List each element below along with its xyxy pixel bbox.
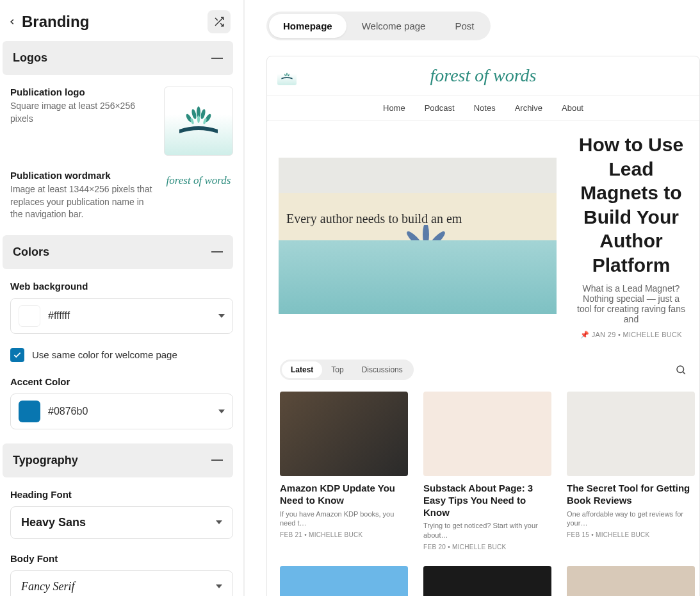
- sort-row: Latest Top Discussions: [267, 351, 699, 386]
- svg-point-15: [423, 225, 429, 246]
- section-logos[interactable]: Logos: [3, 41, 233, 75]
- post-sub: If you have Amazon KDP books, you need t…: [280, 509, 408, 528]
- section-colors[interactable]: Colors: [3, 235, 233, 269]
- svg-point-20: [428, 229, 447, 249]
- back-button[interactable]: [8, 17, 17, 26]
- sort-top[interactable]: Top: [322, 361, 352, 378]
- tab-homepage[interactable]: Homepage: [269, 14, 346, 38]
- publication-logo-thumb[interactable]: [164, 87, 233, 156]
- svg-point-13: [288, 74, 290, 76]
- chevron-down-icon: [218, 410, 225, 413]
- web-bg-swatch[interactable]: [19, 305, 40, 327]
- preview-frame: forest of words Home Podcast Notes Archi…: [266, 56, 700, 596]
- svg-point-23: [677, 366, 684, 373]
- svg-point-22: [428, 252, 447, 272]
- web-bg-input[interactable]: #ffffff: [10, 298, 233, 334]
- accent-field: Accent Color #0876b0: [10, 376, 233, 429]
- wordmark-thumb[interactable]: forest of words: [164, 170, 233, 192]
- web-bg-field: Web background #ffffff: [10, 281, 233, 334]
- post-title: The Secret Tool for Getting Book Reviews: [567, 483, 695, 507]
- feature-post[interactable]: Every author needs to build an em How to…: [267, 121, 699, 351]
- svg-point-6: [200, 108, 206, 119]
- section-typography[interactable]: Typography: [3, 443, 233, 477]
- post-meta: FEB 20 • MICHELLE BUCK: [423, 543, 551, 550]
- nav-about[interactable]: About: [562, 103, 583, 113]
- post-card[interactable]: [567, 566, 695, 596]
- collapse-icon: [211, 251, 223, 252]
- heading-font-value: Heavy Sans: [21, 516, 86, 529]
- wordmark-text: forest of words: [167, 174, 231, 187]
- svg-point-21: [405, 252, 424, 272]
- svg-point-16: [423, 255, 429, 276]
- same-color-label: Use same color for welcome page: [32, 349, 177, 360]
- nav-notes[interactable]: Notes: [474, 103, 496, 113]
- post-meta: FEB 21 • MICHELLE BUCK: [280, 531, 408, 538]
- post-thumb: [567, 392, 695, 476]
- svg-point-18: [430, 247, 452, 254]
- feature-body: How to Use Lead Magnets to Build Your Au…: [574, 133, 688, 339]
- section-logos-title: Logos: [13, 51, 47, 65]
- preview-tabs: Homepage Welcome page Post: [266, 12, 491, 40]
- sort-pills: Latest Top Discussions: [280, 360, 414, 380]
- section-typography-title: Typography: [13, 454, 78, 467]
- wordmark-field: Publication wordmark Image at least 1344…: [10, 170, 233, 221]
- svg-point-9: [197, 115, 200, 123]
- post-thumb: [567, 566, 695, 596]
- post-card[interactable]: The Secret Tool for Getting Book Reviews…: [567, 392, 695, 550]
- same-color-checkbox[interactable]: [10, 348, 24, 362]
- svg-point-12: [284, 74, 286, 76]
- sort-discussions[interactable]: Discussions: [353, 361, 412, 378]
- search-icon[interactable]: [675, 364, 687, 376]
- shuffle-button[interactable]: [208, 10, 231, 33]
- publication-logo-field: Publication logo Square image at least 2…: [10, 87, 233, 156]
- body-font-field: Body Font Fancy Serif: [10, 553, 233, 596]
- nav-home[interactable]: Home: [383, 103, 405, 113]
- post-card[interactable]: [423, 566, 551, 596]
- tab-post[interactable]: Post: [441, 14, 488, 38]
- svg-line-2: [215, 18, 218, 21]
- preview-logo[interactable]: [277, 66, 297, 85]
- same-color-row[interactable]: Use same color for welcome page: [10, 348, 233, 362]
- chevron-down-icon: [218, 314, 225, 318]
- wordmark-label: Publication wordmark: [10, 170, 156, 181]
- wordmark-desc: Image at least 1344×256 pixels that repl…: [10, 183, 156, 221]
- collapse-icon: [211, 58, 223, 59]
- post-thumb: [280, 392, 408, 476]
- web-bg-label: Web background: [10, 281, 233, 292]
- tab-welcome[interactable]: Welcome page: [348, 14, 440, 38]
- svg-point-19: [405, 229, 424, 249]
- sort-latest[interactable]: Latest: [282, 361, 322, 378]
- body-font-label: Body Font: [10, 553, 233, 564]
- heading-font-select[interactable]: Heavy Sans: [10, 506, 233, 539]
- feature-meta: 📌 JAN 29 • MICHELLE BUCK: [574, 331, 688, 339]
- svg-line-24: [683, 372, 685, 374]
- post-card[interactable]: [280, 566, 408, 596]
- svg-point-14: [419, 244, 432, 257]
- nav-podcast[interactable]: Podcast: [425, 103, 455, 113]
- chevron-down-icon: [216, 520, 222, 524]
- post-card[interactable]: Amazon KDP Update You Need to Know If yo…: [280, 392, 408, 550]
- svg-point-17: [400, 247, 421, 254]
- post-title: Amazon KDP Update You Need to Know: [280, 483, 408, 507]
- nav-archive[interactable]: Archive: [515, 103, 542, 113]
- post-card[interactable]: Substack About Page: 3 Easy Tips You Nee…: [423, 392, 551, 550]
- heading-font-label: Heading Font: [10, 489, 233, 500]
- page-title: Branding: [22, 13, 89, 31]
- accent-swatch[interactable]: [19, 401, 40, 422]
- post-thumb: [423, 392, 551, 476]
- svg-point-11: [286, 72, 288, 76]
- post-sub: One affordable way to get reviews for yo…: [567, 509, 695, 528]
- post-thumb: [280, 566, 408, 596]
- feature-title: How to Use Lead Magnets to Build Your Au…: [574, 133, 688, 277]
- accent-input[interactable]: #0876b0: [10, 393, 233, 429]
- settings-sidebar: Branding Logos Publication logo Square i…: [0, 0, 243, 596]
- flower-icon: [400, 225, 452, 276]
- web-bg-value: #ffffff: [48, 310, 211, 322]
- preview-brand[interactable]: forest of words: [430, 65, 537, 86]
- post-title: Substack About Page: 3 Easy Tips You Nee…: [423, 483, 551, 518]
- svg-point-4: [191, 108, 197, 119]
- body-font-select[interactable]: Fancy Serif: [10, 570, 233, 596]
- publication-logo-desc: Square image at least 256×256 pixels: [10, 100, 156, 125]
- post-thumb: [423, 566, 551, 596]
- post-meta: FEB 15 • MICHELLE BUCK: [567, 531, 695, 538]
